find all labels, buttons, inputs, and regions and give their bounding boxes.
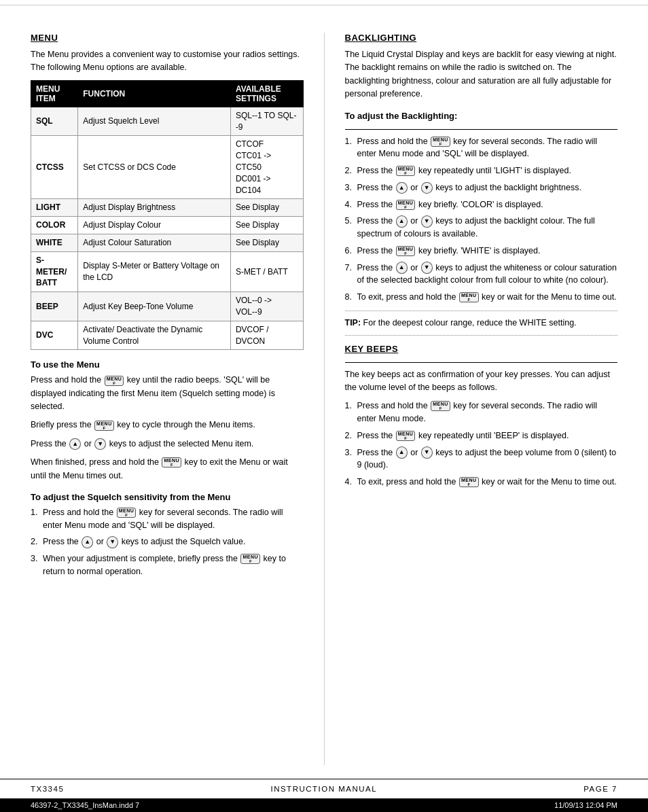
down-arrow-b3: ▼: [421, 262, 433, 274]
step-number: 7.: [345, 262, 357, 275]
menu-key-k3: MENUF: [459, 477, 479, 487]
menu-key-icon5: MENUF: [240, 554, 260, 564]
down-arrow-key2: ▼: [107, 536, 118, 548]
list-item: 8. To exit, press and hold the MENUF key…: [345, 291, 618, 304]
func-ctcss: Set CTCSS or DCS Code: [78, 136, 231, 199]
step-text: Press the ▲ or ▼ keys to adjust the beep…: [357, 446, 618, 472]
step-text: Press the ▲ or ▼ keys to adjust the back…: [357, 215, 618, 241]
step-text: To exit, press and hold the MENUF key or…: [357, 476, 618, 489]
content-area: MENU The Menu provides a convenient way …: [0, 5, 648, 779]
page: MENU The Menu provides a convenient way …: [0, 0, 648, 812]
step-number: 8.: [345, 291, 357, 304]
tip-box: TIP: For the deepest colour range, reduc…: [345, 311, 618, 336]
item-color: COLOR: [31, 217, 78, 234]
table-row: BEEP Adjust Key Beep-Tone Volume VOL--0 …: [31, 292, 304, 321]
list-item: 3. When your adjustment is complete, bri…: [31, 552, 304, 578]
use-menu-para2: Briefly press the MENUF key to cycle thr…: [31, 419, 304, 431]
key-beeps-intro: The key beeps act as confirmation of you…: [345, 368, 618, 395]
step-number: 3.: [345, 181, 357, 194]
func-smeter: Display S-Meter or Battery Voltage on th…: [78, 251, 231, 292]
right-column: BACKLIGHTING The Liquid Crystal Display …: [324, 33, 618, 765]
func-sql: Adjust Squelch Level: [78, 107, 231, 136]
footer-left: TX3345: [31, 785, 64, 793]
step-text: Press and hold the MENUF key for several…: [43, 506, 304, 532]
divider: [345, 129, 618, 130]
list-item: 2. Press the MENUF key repeatedly until …: [345, 164, 618, 177]
menu-key-icon3: MENUF: [162, 457, 181, 467]
left-column: MENU The Menu provides a convenient way …: [31, 33, 304, 765]
settings-sql: SQL--1 TO SQL--9: [230, 107, 303, 136]
list-item: 2. Press the ▲ or ▼ keys to adjust the S…: [31, 535, 304, 548]
tip-text: For the deepest colour range, reduce the…: [363, 318, 577, 328]
item-ctcss: CTCSS: [31, 136, 78, 199]
footer-center: INSTRUCTION MANUAL: [270, 785, 377, 793]
item-light: LIGHT: [31, 199, 78, 217]
step-text: When your adjustment is complete, briefl…: [43, 552, 304, 578]
menu-title: MENU: [31, 33, 304, 43]
menu-key-b5: MENUF: [459, 292, 479, 302]
menu-intro: The Menu provides a convenient way to cu…: [31, 48, 304, 75]
menu-key-icon4: MENUF: [117, 508, 137, 518]
func-dvc: Activate/ Deactivate the Dynamic Volume …: [78, 321, 231, 350]
use-menu-para1: Press and hold the MENUF key until the r…: [31, 374, 304, 413]
menu-key-b4: MENUF: [396, 246, 416, 256]
settings-color: See Display: [230, 217, 303, 234]
col-header-function: FUNCTION: [78, 80, 231, 107]
top-border: [0, 0, 648, 5]
squelch-subtitle: To adjust the Squelch sensitivity from t…: [31, 492, 304, 502]
func-color: Adjust Display Colour: [78, 217, 231, 234]
divider2: [345, 362, 618, 363]
step-number: 5.: [345, 215, 357, 228]
table-row: COLOR Adjust Display Colour See Display: [31, 217, 304, 234]
backlighting-steps: 1. Press and hold the MENUF key for seve…: [345, 135, 618, 304]
list-item: 5. Press the ▲ or ▼ keys to adjust the b…: [345, 215, 618, 241]
func-light: Adjust Display Brightness: [78, 199, 231, 217]
step-text: Press the MENUF key briefly. 'WHITE' is …: [357, 245, 618, 258]
step-text: Press the ▲ or ▼ keys to adjust the Sque…: [43, 535, 304, 548]
backlighting-subtitle: To adjust the Backlighting:: [345, 111, 618, 121]
step-text: Press the ▲ or ▼ keys to adjust the back…: [357, 181, 618, 194]
step-number: 2.: [345, 164, 357, 177]
settings-white: See Display: [230, 234, 303, 251]
step-number: 1.: [345, 135, 357, 148]
item-dvc: DVC: [31, 321, 78, 350]
step-text: Press the MENUF key briefly. 'COLOR' is …: [357, 198, 618, 211]
squelch-steps: 1. Press and hold the MENUF key for seve…: [31, 506, 304, 578]
step-text: Press and hold the MENUF key for several…: [357, 400, 618, 425]
table-row: LIGHT Adjust Display Brightness See Disp…: [31, 199, 304, 217]
use-menu-subtitle: To use the Menu: [31, 359, 304, 370]
step-number: 4.: [345, 476, 357, 489]
footer-right: PAGE 7: [583, 785, 617, 793]
step-text: Press the MENUF key repeatedly until 'LI…: [357, 164, 618, 177]
up-arrow-k: ▲: [396, 446, 408, 459]
backlighting-section: BACKLIGHTING The Liquid Crystal Display …: [345, 33, 618, 336]
table-row: S-METER/BATT Display S-Meter or Battery …: [31, 251, 304, 292]
list-item: 6. Press the MENUF key briefly. 'WHITE' …: [345, 245, 618, 258]
use-menu-para4: When finished, press and hold the MENUF …: [31, 456, 304, 482]
step-number: 4.: [345, 198, 357, 211]
tip-label: TIP:: [345, 318, 361, 328]
step-text: Press the ▲ or ▼ keys to adjust the whit…: [357, 262, 618, 287]
col-header-settings: AVAILABLESETTINGS: [230, 80, 303, 107]
item-sql: SQL: [31, 107, 78, 136]
col-header-item: MENUITEM: [31, 80, 78, 107]
settings-light: See Display: [230, 199, 303, 217]
step-number: 6.: [345, 245, 357, 258]
settings-beep: VOL--0 ->VOL--9: [230, 292, 303, 321]
list-item: 1. Press and hold the MENUF key for seve…: [345, 135, 618, 161]
backlighting-intro: The Liquid Crystal Display and keys are …: [345, 48, 618, 101]
list-item: 2. Press the MENUF key repeatedly until …: [345, 429, 618, 442]
list-item: 4. To exit, press and hold the MENUF key…: [345, 476, 618, 489]
key-beeps-section: KEY BEEPS The key beeps act as confirmat…: [345, 344, 618, 489]
step-number: 3.: [345, 446, 357, 459]
down-arrow-k: ▼: [421, 446, 433, 459]
list-item: 1. Press and hold the MENUF key for seve…: [31, 506, 304, 532]
list-item: 4. Press the MENUF key briefly. 'COLOR' …: [345, 198, 618, 211]
step-number: 2.: [31, 535, 43, 548]
table-row: SQL Adjust Squelch Level SQL--1 TO SQL--…: [31, 107, 304, 136]
up-arrow-b3: ▲: [396, 262, 408, 274]
step-text: To exit, press and hold the MENUF key or…: [357, 291, 618, 304]
step-number: 3.: [31, 552, 43, 565]
table-row: CTCSS Set CTCSS or DCS Code CTCOFCTC01 -…: [31, 136, 304, 199]
settings-smeter: S-MET / BATT: [230, 251, 303, 292]
